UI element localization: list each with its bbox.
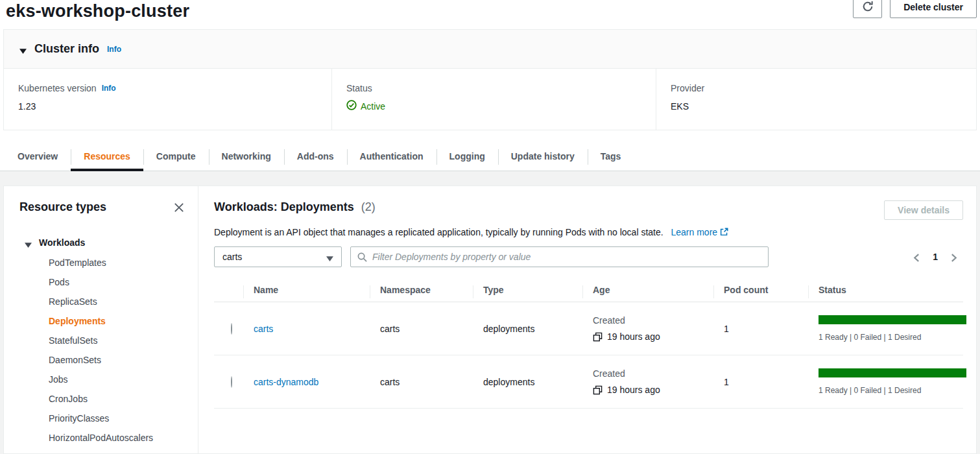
- provider-value: EKS: [671, 101, 976, 112]
- table-header-row: Name Namespace Type Age Pod count Status: [214, 278, 963, 302]
- page-header: eks-workshop-cluster Delete cluster: [0, 0, 980, 27]
- header-actions: Delete cluster: [853, 0, 977, 18]
- header-type: Type: [473, 285, 582, 295]
- cell-pod-count: 1: [713, 377, 808, 387]
- group-caret-icon: [25, 239, 32, 246]
- age-value-text: 19 hours ago: [607, 385, 660, 395]
- deployment-name-link[interactable]: carts-dynamodb: [254, 377, 318, 387]
- deployment-name-link[interactable]: carts: [254, 324, 273, 334]
- status-field: Status Active: [331, 69, 656, 130]
- provider-label: Provider: [671, 83, 704, 93]
- row-radio[interactable]: [231, 323, 232, 335]
- resource-types-tree: Workloads PodTemplates Pods ReplicaSets …: [19, 232, 185, 448]
- search-box: [350, 246, 769, 267]
- cell-pod-count: 1: [713, 324, 808, 334]
- check-circle-icon: [346, 100, 357, 112]
- cell-type: deployments: [473, 377, 582, 387]
- sidebar-item-deployments[interactable]: Deployments: [19, 311, 185, 331]
- page-title: eks-workshop-cluster: [0, 0, 980, 22]
- cell-namespace: carts: [370, 377, 473, 387]
- header-namespace: Namespace: [370, 285, 473, 295]
- kubernetes-version-value: 1.23: [18, 101, 331, 112]
- sidebar-item-priorityclasses[interactable]: PriorityClasses: [19, 409, 185, 428]
- cell-type: deployments: [473, 324, 582, 334]
- cluster-info-header[interactable]: Cluster info Info: [4, 30, 976, 69]
- copy-icon[interactable]: [593, 385, 603, 395]
- content-area: Resource types Workloads PodTemplates: [0, 171, 980, 454]
- age-value-text: 19 hours ago: [607, 331, 660, 342]
- table-row: carts-dynamodb carts deployments Created…: [214, 355, 963, 409]
- sidebar-item-horizontalpodautoscalers[interactable]: HorizontalPodAutoscalers: [19, 428, 185, 448]
- age-created-label: Created: [593, 315, 713, 326]
- chevron-left-icon[interactable]: [913, 253, 921, 261]
- chevron-down-icon: [326, 254, 333, 261]
- refresh-icon: [862, 1, 874, 14]
- tab-update-history[interactable]: Update history: [498, 142, 588, 171]
- tab-tags[interactable]: Tags: [588, 142, 634, 171]
- tab-compute[interactable]: Compute: [143, 142, 209, 171]
- header-status: Status: [808, 285, 963, 295]
- search-icon: [357, 252, 367, 262]
- header-pod-count: Pod count: [713, 285, 808, 295]
- provider-field: Provider EKS: [656, 69, 976, 130]
- age-created-label: Created: [593, 368, 713, 379]
- namespace-filter-dropdown[interactable]: carts: [214, 246, 342, 267]
- resource-types-title: Resource types: [19, 200, 106, 214]
- delete-cluster-button[interactable]: Delete cluster: [890, 0, 977, 18]
- refresh-button[interactable]: [853, 0, 882, 18]
- resource-types-sidebar: Resource types Workloads PodTemplates: [4, 186, 198, 453]
- tree-group-workloads[interactable]: Workloads: [19, 232, 185, 253]
- status-badge: Active: [346, 100, 656, 112]
- pagination: 1: [913, 252, 963, 262]
- row-radio[interactable]: [231, 376, 232, 388]
- panel-description: Deployment is an API object that manages…: [214, 227, 663, 237]
- cluster-info-title: Cluster info: [34, 42, 99, 56]
- search-input[interactable]: [372, 252, 761, 262]
- copy-icon[interactable]: [593, 332, 603, 342]
- status-bar: [819, 368, 966, 377]
- tab-logging[interactable]: Logging: [436, 142, 498, 171]
- cluster-tab-bar: Overview Resources Compute Networking Ad…: [0, 142, 980, 171]
- cell-namespace: carts: [370, 324, 473, 334]
- cluster-info-body: Kubernetes version Info 1.23 Status Acti…: [4, 69, 976, 130]
- sidebar-item-replicasets[interactable]: ReplicaSets: [19, 292, 185, 311]
- tab-overview[interactable]: Overview: [5, 142, 71, 171]
- tab-networking[interactable]: Networking: [209, 142, 284, 171]
- panel-count: (2): [361, 200, 376, 213]
- status-value: Active: [361, 101, 385, 112]
- cell-age: Created 19 hours ago: [582, 315, 713, 342]
- status-bar: [819, 315, 966, 324]
- filter-row: carts 1: [214, 246, 963, 267]
- sidebar-item-podtemplates[interactable]: PodTemplates: [19, 253, 185, 272]
- tab-authentication[interactable]: Authentication: [347, 142, 436, 171]
- header-age: Age: [582, 285, 713, 295]
- sidebar-item-daemonsets[interactable]: DaemonSets: [19, 350, 185, 370]
- view-details-button[interactable]: View details: [884, 200, 963, 220]
- cluster-info-card: Cluster info Info Kubernetes version Inf…: [3, 29, 977, 130]
- sidebar-item-jobs[interactable]: Jobs: [19, 370, 185, 389]
- expander-caret-icon[interactable]: [19, 45, 27, 53]
- cluster-info-info-link[interactable]: Info: [107, 45, 121, 54]
- close-icon[interactable]: [173, 202, 185, 213]
- sidebar-item-cronjobs[interactable]: CronJobs: [19, 389, 185, 409]
- panel-title: Workloads: Deployments: [214, 200, 354, 213]
- cell-status: 1 Ready | 0 Failed | 1 Desired: [808, 368, 963, 395]
- sidebar-item-pods[interactable]: Pods: [19, 272, 185, 292]
- namespace-filter-value: carts: [222, 252, 242, 262]
- status-label: Status: [346, 83, 372, 93]
- deployments-table: Name Namespace Type Age Pod count Status…: [214, 278, 963, 409]
- deployments-panel: Workloads: Deployments (2) View details …: [198, 186, 976, 453]
- chevron-right-icon[interactable]: [950, 253, 958, 261]
- cell-status: 1 Ready | 0 Failed | 1 Desired: [808, 315, 963, 342]
- external-link-icon: [720, 228, 728, 236]
- status-text: 1 Ready | 0 Failed | 1 Desired: [819, 333, 963, 342]
- header-name: Name: [243, 285, 370, 295]
- tree-group-label: Workloads: [39, 237, 85, 248]
- kubernetes-version-info-link[interactable]: Info: [102, 84, 116, 93]
- learn-more-link[interactable]: Learn more: [671, 227, 718, 237]
- kubernetes-version-label: Kubernetes version: [18, 83, 97, 93]
- sidebar-item-statefulsets[interactable]: StatefulSets: [19, 331, 185, 350]
- tab-resources[interactable]: Resources: [71, 142, 143, 171]
- page-number[interactable]: 1: [933, 252, 938, 262]
- tab-add-ons[interactable]: Add-ons: [284, 142, 347, 171]
